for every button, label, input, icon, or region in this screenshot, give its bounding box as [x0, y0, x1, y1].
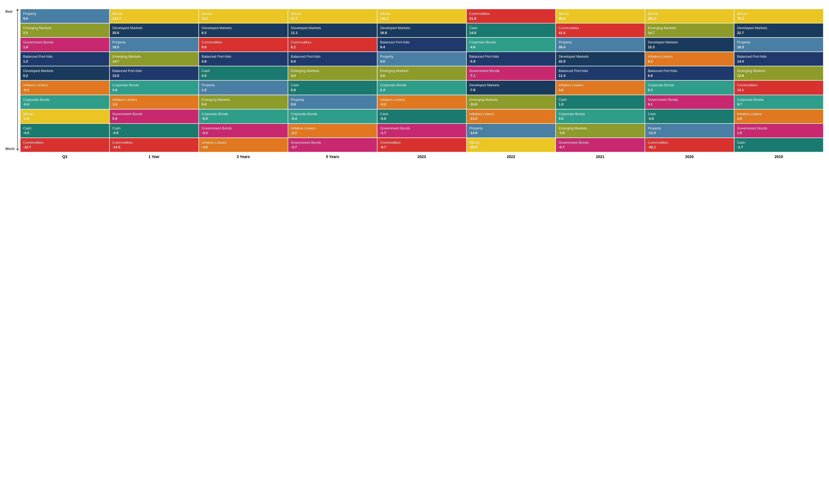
cell-value: 13.9 [737, 73, 820, 78]
cell-value: 12.3 [648, 45, 731, 49]
cell-value: 1.6 [23, 45, 107, 49]
cell-name: Cash [558, 98, 567, 102]
cell-name: Commodities [558, 26, 579, 30]
col-header-2023: 2023 [377, 152, 466, 161]
cell-value: 6.9 [648, 73, 731, 78]
table-cell: Commodities-14.5 [109, 138, 199, 152]
cell-name: Corporate Bonds [291, 112, 317, 116]
cell-name: Bitcoin [23, 112, 34, 116]
table-cell: Cash-3.9 [109, 123, 199, 138]
cell-name: Commodities [112, 141, 133, 145]
cell-value: 6.2 [291, 45, 374, 49]
table-cell: Inflation-Linkers1.9 [109, 95, 199, 109]
arrow-line [17, 11, 18, 148]
table-cell: Developed Markets11.1 [288, 23, 377, 37]
cell-value: -5.7 [558, 145, 642, 150]
table-cell: Property18.5 [109, 37, 199, 52]
cell-value: 22.9 [558, 59, 642, 64]
table-cell: Commodities-26.1 [645, 138, 734, 152]
cell-name: Bitcoin [291, 11, 301, 15]
cell-value: -11.0 [648, 131, 731, 135]
table-cell: Balanced Port-folio6.9 [645, 66, 734, 80]
table-cell: Government Bonds0.9 [109, 109, 199, 123]
cell-value: 2.4 [380, 87, 463, 93]
table-cell: Bitcoin14.1 [199, 9, 288, 23]
table-cell: Corporate Bonds-0.4 [288, 109, 377, 123]
table-cell: Bitcoin47.7 [288, 9, 377, 23]
cell-name: Bitcoin [648, 11, 658, 15]
table-cell: Cash0.8 [288, 80, 377, 95]
cell-value: -4.6 [469, 45, 553, 49]
cell-value: 4.6 [380, 59, 463, 64]
table-cell: Emerging Markets4.0 [288, 66, 377, 80]
cell-name: Commodities [380, 141, 401, 145]
table-cell: Commodities-9.7 [377, 138, 466, 152]
cell-name: Cash [737, 141, 745, 145]
cell-name: Property [202, 83, 215, 87]
cell-value: 9.0 [202, 45, 285, 49]
table-cell: Inflation-Linkers3.6 [555, 80, 645, 95]
cell-value: 3.6 [380, 73, 463, 78]
cell-value: 3.9 [737, 116, 820, 121]
cell-value: -3.7 [291, 145, 374, 150]
cell-name: Government Bonds [648, 98, 678, 102]
cell-name: Developed Markets [648, 40, 678, 44]
cell-value: 14.7 [112, 59, 196, 64]
cell-value: 14.7 [648, 31, 731, 35]
cell-value: -0.8 [202, 116, 285, 121]
table-cell: Commodities-10.7 [20, 138, 109, 152]
table-cell: Property1.5 [199, 80, 288, 95]
cell-name: Bitcoin [737, 11, 748, 15]
table-cell: Corporate Bonds3.8 [109, 80, 199, 95]
cell-value: 18.3 [737, 45, 820, 49]
cell-value: -26.1 [648, 145, 731, 150]
cell-value: 2.5 [23, 31, 107, 35]
table-cell: Developed Markets16.8 [377, 23, 466, 37]
cell-name: Inflation-Linkers [291, 126, 316, 130]
cell-value: 9.3 [202, 31, 285, 35]
cell-name: Commodities [202, 40, 222, 44]
table-cell: Government Bonds-7.1 [466, 66, 555, 80]
cell-value: 0.6 [291, 102, 374, 107]
table-cell: Emerging Markets-10.0 [466, 95, 555, 109]
table-cell: Emerging Markets0.6 [199, 95, 288, 109]
cell-value: -4.5 [23, 131, 107, 135]
table-cell: Commodities13.1 [734, 80, 823, 95]
table-cell: Corporate Bonds-4.6 [466, 37, 555, 52]
table-cell: Inflation-Linkers-0.1 [20, 80, 109, 95]
cell-name: Inflation-Linkers [202, 141, 226, 145]
table-cell: Cash4.0 [199, 66, 288, 80]
cell-name: Government Bonds [558, 141, 589, 145]
cell-name: Property [112, 40, 125, 44]
cell-name: Bitcoin [558, 11, 569, 15]
cell-value: -0.1 [23, 87, 107, 93]
cell-value: -5.9 [469, 59, 553, 64]
cell-value: 68.8 [558, 16, 642, 21]
table-cell: Emerging Markets-1.6 [555, 123, 645, 138]
cell-name: Bitcoin [380, 11, 391, 15]
cell-name: Balanced Port-folio [23, 55, 53, 59]
cell-name: Emerging Markets [558, 126, 587, 130]
cell-value: 4.8 [202, 59, 285, 64]
table-cell: Property28.4 [555, 37, 645, 52]
cell-value: 9.4 [380, 45, 463, 49]
cell-value: 113.7 [112, 16, 196, 21]
table-cell: Government Bonds-4.3 [199, 123, 288, 138]
cell-value: -3.9 [112, 131, 196, 135]
cell-name: Balanced Port-folio [737, 55, 767, 59]
cell-value: 11.4 [558, 73, 642, 78]
cell-name: Cash [202, 69, 210, 73]
cell-name: Emerging Markets [380, 69, 408, 73]
cell-name: Inflation-Linkers [558, 83, 583, 87]
table-cell: Cash-0.6 [377, 109, 466, 123]
cell-value: 4.0 [202, 73, 285, 78]
cell-value: 14.1 [202, 16, 285, 21]
col-header-2020: 2020 [645, 152, 734, 161]
table-cell: Inflation-Linkers-2.2 [288, 123, 377, 138]
cell-name: Property [648, 126, 661, 130]
cell-name: Inflation-Linkers [737, 112, 762, 116]
col-header-1-year: 1 Year [109, 152, 199, 161]
table-cell: Inflation-Linkers-13.2 [466, 109, 555, 123]
cell-name: Emerging Markets [737, 69, 765, 73]
cell-value: 11.1 [291, 31, 374, 35]
